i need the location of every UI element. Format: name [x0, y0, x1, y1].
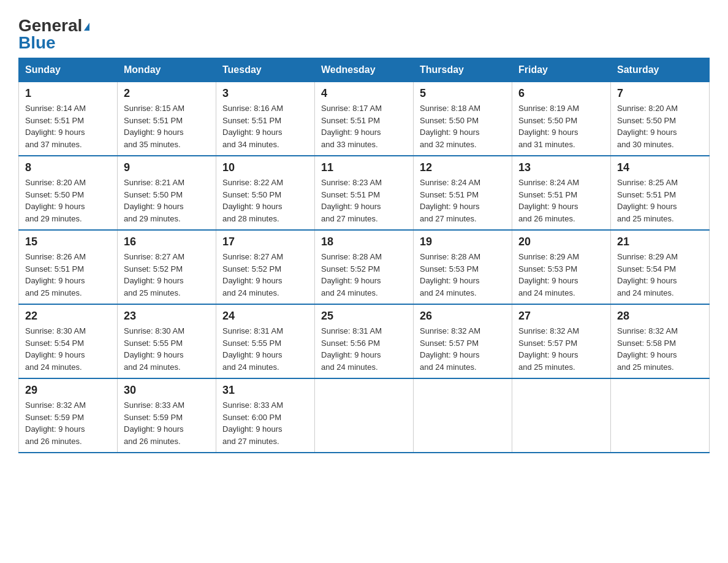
calendar-cell: 25 Sunrise: 8:31 AMSunset: 5:56 PMDaylig… — [315, 304, 414, 378]
day-info: Sunrise: 8:31 AMSunset: 5:56 PMDaylight:… — [321, 325, 407, 373]
header-sunday: Sunday — [19, 58, 118, 82]
calendar-cell: 13 Sunrise: 8:24 AMSunset: 5:51 PMDaylig… — [512, 156, 611, 230]
day-info: Sunrise: 8:28 AMSunset: 5:52 PMDaylight:… — [321, 251, 407, 299]
day-number: 15 — [25, 236, 111, 248]
calendar-cell: 21 Sunrise: 8:29 AMSunset: 5:54 PMDaylig… — [611, 230, 710, 304]
header-friday: Friday — [512, 58, 611, 82]
day-info: Sunrise: 8:30 AMSunset: 5:54 PMDaylight:… — [25, 325, 111, 373]
calendar-cell: 15 Sunrise: 8:26 AMSunset: 5:51 PMDaylig… — [19, 230, 118, 304]
day-number: 11 — [321, 161, 407, 174]
calendar-cell — [414, 378, 512, 453]
calendar-cell: 30 Sunrise: 8:33 AMSunset: 5:59 PMDaylig… — [118, 378, 216, 453]
calendar-cell: 4 Sunrise: 8:17 AMSunset: 5:51 PMDayligh… — [315, 82, 414, 156]
header-wednesday: Wednesday — [315, 58, 414, 82]
day-number: 3 — [222, 87, 308, 100]
day-info: Sunrise: 8:27 AMSunset: 5:52 PMDaylight:… — [222, 251, 308, 299]
calendar-week-3: 15 Sunrise: 8:26 AMSunset: 5:51 PMDaylig… — [19, 230, 710, 304]
day-info: Sunrise: 8:29 AMSunset: 5:53 PMDaylight:… — [518, 251, 604, 299]
day-info: Sunrise: 8:32 AMSunset: 5:59 PMDaylight:… — [25, 399, 111, 447]
day-number: 20 — [518, 236, 604, 248]
day-number: 19 — [420, 236, 506, 248]
page-header: General Blue — [18, 12, 710, 52]
calendar-cell: 16 Sunrise: 8:27 AMSunset: 5:52 PMDaylig… — [118, 230, 216, 304]
day-info: Sunrise: 8:32 AMSunset: 5:57 PMDaylight:… — [518, 325, 604, 373]
day-info: Sunrise: 8:33 AMSunset: 5:59 PMDaylight:… — [124, 399, 210, 447]
calendar-cell: 14 Sunrise: 8:25 AMSunset: 5:51 PMDaylig… — [611, 156, 710, 230]
day-info: Sunrise: 8:17 AMSunset: 5:51 PMDaylight:… — [321, 102, 407, 150]
calendar-cell: 17 Sunrise: 8:27 AMSunset: 5:52 PMDaylig… — [216, 230, 315, 304]
day-info: Sunrise: 8:14 AMSunset: 5:51 PMDaylight:… — [25, 102, 111, 150]
calendar-week-4: 22 Sunrise: 8:30 AMSunset: 5:54 PMDaylig… — [19, 304, 710, 378]
day-info: Sunrise: 8:27 AMSunset: 5:52 PMDaylight:… — [124, 251, 210, 299]
calendar-cell: 29 Sunrise: 8:32 AMSunset: 5:59 PMDaylig… — [19, 378, 118, 453]
day-number: 18 — [321, 236, 407, 248]
day-number: 12 — [420, 161, 506, 174]
calendar-cell: 24 Sunrise: 8:31 AMSunset: 5:55 PMDaylig… — [216, 304, 315, 378]
day-number: 26 — [420, 310, 506, 323]
day-number: 16 — [124, 236, 210, 248]
day-number: 27 — [518, 310, 604, 323]
day-info: Sunrise: 8:33 AMSunset: 6:00 PMDaylight:… — [222, 399, 308, 447]
calendar-cell: 23 Sunrise: 8:30 AMSunset: 5:55 PMDaylig… — [118, 304, 216, 378]
calendar-cell: 7 Sunrise: 8:20 AMSunset: 5:50 PMDayligh… — [611, 82, 710, 156]
day-number: 25 — [321, 310, 407, 323]
calendar-week-2: 8 Sunrise: 8:20 AMSunset: 5:50 PMDayligh… — [19, 156, 710, 230]
calendar-table: SundayMondayTuesdayWednesdayThursdayFrid… — [18, 58, 710, 453]
calendar-week-1: 1 Sunrise: 8:14 AMSunset: 5:51 PMDayligh… — [19, 82, 710, 156]
day-info: Sunrise: 8:18 AMSunset: 5:50 PMDaylight:… — [420, 102, 506, 150]
day-info: Sunrise: 8:31 AMSunset: 5:55 PMDaylight:… — [222, 325, 308, 373]
calendar-cell: 12 Sunrise: 8:24 AMSunset: 5:51 PMDaylig… — [414, 156, 512, 230]
calendar-cell: 10 Sunrise: 8:22 AMSunset: 5:50 PMDaylig… — [216, 156, 315, 230]
logo: General Blue — [18, 17, 89, 52]
day-number: 9 — [124, 161, 210, 174]
calendar-cell — [611, 378, 710, 453]
day-info: Sunrise: 8:15 AMSunset: 5:51 PMDaylight:… — [124, 102, 210, 150]
calendar-header-row: SundayMondayTuesdayWednesdayThursdayFrid… — [19, 58, 710, 82]
day-info: Sunrise: 8:32 AMSunset: 5:58 PMDaylight:… — [617, 325, 703, 373]
calendar-cell: 18 Sunrise: 8:28 AMSunset: 5:52 PMDaylig… — [315, 230, 414, 304]
day-number: 23 — [124, 310, 210, 323]
day-info: Sunrise: 8:24 AMSunset: 5:51 PMDaylight:… — [518, 177, 604, 224]
day-number: 1 — [25, 87, 111, 100]
calendar-cell: 31 Sunrise: 8:33 AMSunset: 6:00 PMDaylig… — [216, 378, 315, 453]
day-number: 7 — [617, 87, 703, 100]
day-number: 14 — [617, 161, 703, 174]
day-number: 21 — [617, 236, 703, 248]
calendar-cell — [512, 378, 611, 453]
calendar-cell: 27 Sunrise: 8:32 AMSunset: 5:57 PMDaylig… — [512, 304, 611, 378]
day-info: Sunrise: 8:20 AMSunset: 5:50 PMDaylight:… — [25, 177, 111, 224]
day-number: 22 — [25, 310, 111, 323]
header-monday: Monday — [118, 58, 216, 82]
day-info: Sunrise: 8:30 AMSunset: 5:55 PMDaylight:… — [124, 325, 210, 373]
calendar-cell: 5 Sunrise: 8:18 AMSunset: 5:50 PMDayligh… — [414, 82, 512, 156]
day-info: Sunrise: 8:22 AMSunset: 5:50 PMDaylight:… — [222, 177, 308, 224]
day-info: Sunrise: 8:26 AMSunset: 5:51 PMDaylight:… — [25, 251, 111, 299]
day-number: 4 — [321, 87, 407, 100]
day-info: Sunrise: 8:19 AMSunset: 5:50 PMDaylight:… — [518, 102, 604, 150]
day-number: 2 — [124, 87, 210, 100]
day-info: Sunrise: 8:32 AMSunset: 5:57 PMDaylight:… — [420, 325, 506, 373]
calendar-cell: 11 Sunrise: 8:23 AMSunset: 5:51 PMDaylig… — [315, 156, 414, 230]
day-number: 10 — [222, 161, 308, 174]
day-number: 24 — [222, 310, 308, 323]
day-number: 5 — [420, 87, 506, 100]
day-info: Sunrise: 8:16 AMSunset: 5:51 PMDaylight:… — [222, 102, 308, 150]
calendar-cell: 1 Sunrise: 8:14 AMSunset: 5:51 PMDayligh… — [19, 82, 118, 156]
header-saturday: Saturday — [611, 58, 710, 82]
day-info: Sunrise: 8:25 AMSunset: 5:51 PMDaylight:… — [617, 177, 703, 224]
day-number: 31 — [222, 384, 308, 397]
header-thursday: Thursday — [414, 58, 512, 82]
calendar-cell: 19 Sunrise: 8:28 AMSunset: 5:53 PMDaylig… — [414, 230, 512, 304]
day-info: Sunrise: 8:29 AMSunset: 5:54 PMDaylight:… — [617, 251, 703, 299]
calendar-cell: 28 Sunrise: 8:32 AMSunset: 5:58 PMDaylig… — [611, 304, 710, 378]
calendar-cell: 26 Sunrise: 8:32 AMSunset: 5:57 PMDaylig… — [414, 304, 512, 378]
calendar-cell: 2 Sunrise: 8:15 AMSunset: 5:51 PMDayligh… — [118, 82, 216, 156]
day-number: 17 — [222, 236, 308, 248]
day-number: 29 — [25, 384, 111, 397]
calendar-cell — [315, 378, 414, 453]
logo-general: General — [18, 17, 89, 34]
logo-blue: Blue — [18, 34, 56, 52]
calendar-cell: 6 Sunrise: 8:19 AMSunset: 5:50 PMDayligh… — [512, 82, 611, 156]
calendar-cell: 20 Sunrise: 8:29 AMSunset: 5:53 PMDaylig… — [512, 230, 611, 304]
day-info: Sunrise: 8:20 AMSunset: 5:50 PMDaylight:… — [617, 102, 703, 150]
